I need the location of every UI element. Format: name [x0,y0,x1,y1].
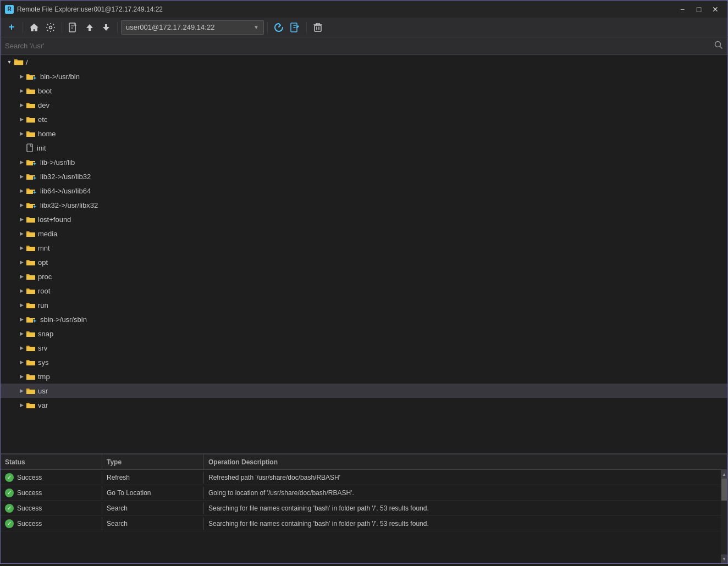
list-item[interactable]: ▶ run [1,298,727,312]
expand-arrow-icon: ▶ [17,372,26,381]
folder-icon [26,215,36,223]
list-item[interactable]: ▶ boot [1,84,727,98]
list-item[interactable]: ▶ sbin->/usr/sbin [1,312,727,326]
item-label: libx32->/usr/libx32 [40,201,98,209]
list-item[interactable]: ▶ libx32->/usr/libx32 [1,198,727,212]
window-controls: − □ ✕ [675,3,723,16]
path-value: user001@172.17.249.14:22 [126,23,214,31]
item-label: etc [38,115,47,124]
path-dropdown[interactable]: user001@172.17.249.14:22 ▼ [121,20,264,35]
settings-button[interactable] [43,20,58,35]
status-text: Success [17,504,42,512]
rename-button[interactable] [288,20,303,35]
maximize-button[interactable]: □ [691,3,707,16]
file-tree[interactable]: ▼ / ▶ bin->/usr/bin▶ boot▶ dev▶ etc▶ hom… [0,55,728,454]
list-item[interactable]: ▶ sys [1,355,727,369]
status-cell: ✓Success [1,517,102,530]
down-button[interactable] [98,20,114,35]
description-cell: Searching for file names containing 'bas… [204,502,727,514]
minimize-button[interactable]: − [675,3,690,16]
svg-rect-3 [315,25,321,31]
folder-icon [26,115,36,123]
list-item[interactable]: ▶ init [1,141,727,155]
type-cell: Go To Location [102,487,204,499]
list-item[interactable]: ▶ usr [1,384,727,398]
status-panel: Status Type Operation Description ✓Succe… [0,454,728,564]
list-item[interactable]: ▶ lib64->/usr/lib64 [1,184,727,198]
list-item[interactable]: ▶ lib32->/usr/lib32 [1,169,727,184]
delete-button[interactable] [310,20,326,35]
scroll-up-button[interactable]: ▲ [721,470,727,479]
list-item[interactable]: ▶ media [1,226,727,241]
item-label: media [38,230,57,238]
folder-icon [26,230,36,237]
list-item[interactable]: ▶ srv [1,341,727,355]
root-expand-arrow: ▼ [5,58,14,66]
search-submit-button[interactable] [714,41,723,51]
item-label: init [37,144,46,152]
scroll-thumb[interactable] [721,479,727,501]
item-label: lib->/usr/lib [40,158,75,167]
table-row[interactable]: ✓SuccessGo To LocationGoing to location … [1,485,727,501]
separator-1 [23,22,23,33]
table-row[interactable]: ✓SuccessSearchSearching for file names c… [1,501,727,516]
expand-arrow-icon: ▶ [17,215,26,224]
refresh-button[interactable] [271,20,286,35]
folder-icon [26,401,36,409]
expand-arrow-icon: ▶ [17,129,26,138]
expand-arrow-icon: ▶ [17,386,26,395]
expand-arrow-icon: ▶ [17,358,26,367]
success-icon: ✓ [5,504,14,513]
list-item[interactable]: ▶ proc [1,269,727,284]
list-item[interactable]: ▶ home [1,126,727,141]
close-button[interactable]: ✕ [708,3,723,16]
up-button[interactable] [82,20,97,35]
item-label: srv [38,344,47,352]
expand-arrow-icon: ▶ [17,101,26,109]
expand-arrow-icon: ▶ [17,301,26,309]
col-header-status: Status [1,454,102,469]
description-cell: Refreshed path '/usr/share/doc/bash/RBAS… [204,471,727,484]
item-label: mnt [38,244,50,252]
list-item[interactable]: ▶ bin->/usr/bin [1,69,727,84]
symlink-folder-icon [26,73,38,80]
search-input[interactable] [5,42,714,50]
list-item[interactable]: ▶ tmp [1,369,727,384]
list-item[interactable]: ▶ root [1,284,727,298]
scroll-down-button[interactable]: ▼ [721,554,727,563]
description-cell: Going to location of '/usr/share/doc/bas… [204,487,727,499]
item-label: usr [38,387,48,395]
list-item[interactable]: ▶ etc [1,112,727,126]
table-row[interactable]: ✓SuccessSearchSearching for file names c… [1,516,727,531]
list-item[interactable]: ▶ snap [1,326,727,341]
item-label: lib32->/usr/lib32 [40,173,91,181]
status-rows[interactable]: ✓SuccessRefreshRefreshed path '/usr/shar… [1,470,727,563]
success-icon: ✓ [5,489,14,497]
new-file-button[interactable] [65,20,81,35]
search-bar [0,37,728,55]
svg-rect-6 [27,144,32,152]
item-label: run [38,301,48,309]
title-bar: R Remote File Explorer:user001@172.17.24… [0,0,728,18]
list-item[interactable]: ▶ lib->/usr/lib [1,155,727,169]
expand-arrow-icon: ▶ [17,401,26,409]
add-button[interactable]: + [4,20,19,35]
table-row[interactable]: ✓SuccessRefreshRefreshed path '/usr/shar… [1,470,727,485]
status-scrollbar[interactable]: ▲ ▼ [721,470,727,563]
item-label: lost+found [38,215,71,224]
item-label: opt [38,258,48,267]
home-button[interactable] [26,20,42,35]
folder-icon [26,344,36,352]
file-icon [26,143,35,152]
list-item[interactable]: ▶ dev [1,98,727,112]
tree-root[interactable]: ▼ / [1,55,727,69]
list-item[interactable]: ▶ opt [1,255,727,269]
list-item[interactable]: ▶ var [1,398,727,412]
symlink-folder-icon [26,158,38,166]
folder-icon [26,244,36,252]
list-item[interactable]: ▶ mnt [1,241,727,255]
expand-arrow-icon: ▶ [17,272,26,281]
expand-arrow-icon: ▶ [17,201,26,209]
success-icon: ✓ [5,473,14,482]
list-item[interactable]: ▶ lost+found [1,212,727,226]
